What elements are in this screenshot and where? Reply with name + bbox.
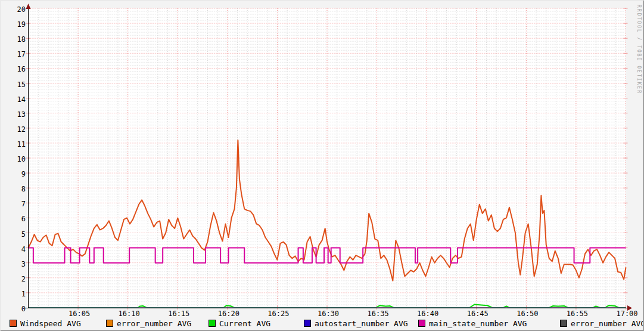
y-tick-label: 17 [1, 51, 26, 58]
y-tick-label: 2 [1, 276, 26, 283]
legend-swatch [106, 320, 113, 327]
x-tick-label: 16:10 [116, 310, 142, 317]
y-tick-label: 5 [1, 231, 26, 238]
y-tick-label: 20 [1, 6, 26, 13]
x-tick-label: 16:50 [514, 310, 540, 317]
rrd-graph: 01234567891011121314151617181920 16:0516… [0, 0, 644, 331]
legend-label: autostart_number AVG [315, 319, 408, 328]
y-tick-label: 8 [1, 185, 26, 193]
y-tick-label: 6 [1, 215, 26, 222]
x-tick-label: 16:20 [216, 310, 242, 317]
y-tick-label: 10 [1, 156, 26, 163]
y-tick-label: 12 [1, 126, 26, 133]
x-tick-label: 16:25 [265, 310, 291, 317]
legend-swatch [209, 320, 216, 327]
y-tick-label: 4 [1, 246, 26, 253]
legend-label: Windspeed AVG [20, 319, 81, 328]
y-tick-label: 18 [1, 36, 26, 43]
y-tick-label: 3 [1, 261, 26, 268]
legend-swatch [304, 320, 311, 327]
legend-item-current-avg: Current AVG [209, 319, 270, 327]
y-tick-label: 1 [1, 290, 26, 298]
x-tick-label: 16:30 [315, 310, 341, 317]
y-axis-arrow [26, 4, 31, 9]
y-tick-label: 7 [1, 200, 26, 208]
legend-swatch [560, 320, 567, 327]
x-tick-label: 16:45 [465, 310, 491, 317]
x-tick-label: 16:15 [166, 310, 192, 317]
x-tick-label: 16:40 [415, 310, 441, 317]
y-tick-label: 19 [1, 21, 26, 28]
legend-item-main-state-number-avg: main_state_number AVG [418, 319, 527, 327]
y-tick-label: 14 [1, 96, 26, 103]
y-tick-label: 9 [1, 171, 26, 178]
legend-item-error-number-avg: error_number AVG [560, 319, 644, 327]
legend-swatch [10, 320, 17, 327]
legend-label: Current AVG [219, 319, 270, 328]
y-tick-label: 13 [1, 111, 26, 118]
x-tick-label: 16:05 [66, 310, 92, 317]
legend-label: main_state_number AVG [429, 319, 527, 328]
legend-item-windspeed-avg: Windspeed AVG [10, 319, 81, 327]
watermark: RRDTOOL / TOBI OETIKER [636, 5, 642, 94]
legend-label: error_number AVG [117, 319, 191, 328]
legend-item-autostart-number-avg: autostart_number AVG [304, 319, 408, 327]
y-tick-label: 11 [1, 141, 26, 148]
legend-swatch [418, 320, 425, 327]
x-tick-label: 16:55 [564, 310, 590, 317]
legend-label: error_number AVG [571, 319, 644, 328]
x-tick-label: 16:35 [365, 310, 391, 317]
x-tick-label: 17:00 [614, 310, 640, 317]
y-tick-label: 16 [1, 66, 26, 73]
y-tick-label: 0 [1, 305, 26, 313]
legend-item-error-number-avg: error_number AVG [106, 319, 191, 327]
y-tick-label: 15 [1, 81, 26, 88]
